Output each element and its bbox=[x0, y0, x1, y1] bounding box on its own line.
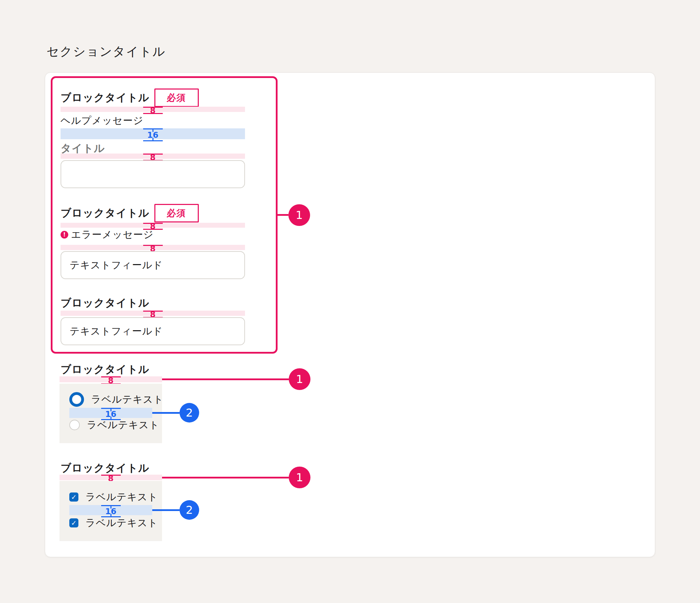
spacing-bar-8: 8 bbox=[59, 475, 162, 480]
help-message: ヘルプメッセージ bbox=[61, 114, 144, 127]
callout-1-badge: 1 bbox=[289, 467, 310, 488]
radio-label: ラベルテキスト bbox=[91, 393, 164, 406]
spacing-bar-8: 8 bbox=[61, 154, 245, 159]
gap-8-label: 8 bbox=[150, 106, 155, 114]
callout-connector bbox=[152, 412, 180, 414]
required-badge: 必須 bbox=[154, 204, 199, 222]
checkbox-label: ラベルテキスト bbox=[85, 490, 158, 504]
design-spec-page: セクションタイトル ブロックタイトル 必須 8 ヘルプメッセージ 16 タイトル… bbox=[0, 0, 700, 603]
checkbox-option-row: ✓ ラベルテキスト bbox=[69, 491, 158, 503]
callout-1-badge: 1 bbox=[289, 368, 310, 390]
text-field[interactable]: テキストフィールド bbox=[61, 251, 245, 279]
callout-connector bbox=[162, 477, 289, 478]
text-field-empty[interactable] bbox=[61, 160, 245, 188]
checkbox-checked[interactable]: ✓ bbox=[69, 492, 78, 502]
checkbox-label: ラベルテキスト bbox=[85, 516, 158, 530]
callout-2-badge: 2 bbox=[180, 500, 199, 520]
block-2-title-row: ブロックタイトル 必須 bbox=[61, 205, 199, 221]
spacing-bar-8: 8 bbox=[61, 223, 245, 228]
radio-selected[interactable] bbox=[69, 392, 84, 407]
spacing-bar-8: 8 bbox=[61, 311, 245, 316]
required-badge: 必須 bbox=[154, 88, 199, 107]
gap-16-label: 16 bbox=[105, 410, 116, 418]
spacing-bar-16: 16 bbox=[69, 505, 152, 515]
gap-16-label: 16 bbox=[105, 507, 116, 515]
gap-8-label: 8 bbox=[108, 376, 113, 384]
block-title: ブロックタイトル bbox=[61, 206, 149, 220]
text-field[interactable]: テキストフィールド bbox=[61, 317, 245, 345]
block-title: ブロックタイトル bbox=[61, 296, 149, 310]
callout-connector bbox=[278, 214, 288, 216]
block-1-title-row: ブロックタイトル 必須 bbox=[61, 90, 199, 106]
radio-label: ラベルテキスト bbox=[87, 418, 160, 432]
error-message: エラーメッセージ bbox=[71, 228, 154, 241]
callout-connector bbox=[152, 509, 180, 511]
checkbox-checked[interactable]: ✓ bbox=[69, 518, 78, 527]
radio-option-row: ラベルテキスト bbox=[69, 394, 164, 405]
radio-unselected[interactable] bbox=[69, 420, 80, 430]
checkbox-option-row: ✓ ラベルテキスト bbox=[69, 517, 158, 528]
spacing-bar-8: 8 bbox=[59, 376, 162, 382]
block-title: ブロックタイトル bbox=[61, 461, 149, 475]
block-title: ブロックタイトル bbox=[61, 91, 149, 105]
spacing-bar-16: 16 bbox=[61, 128, 245, 139]
error-icon: ! bbox=[61, 231, 68, 239]
spacing-bar-8: 8 bbox=[61, 107, 245, 112]
callout-connector bbox=[162, 378, 289, 380]
section-title: セクションタイトル bbox=[47, 43, 166, 60]
spacing-bar-8: 8 bbox=[61, 245, 245, 250]
spacing-bar-16: 16 bbox=[69, 408, 152, 418]
block-title: ブロックタイトル bbox=[61, 362, 149, 377]
gap-16-label: 16 bbox=[147, 131, 158, 139]
error-message-row: ! エラーメッセージ bbox=[61, 229, 154, 240]
radio-option-row: ラベルテキスト bbox=[69, 419, 160, 431]
callout-2-badge: 2 bbox=[180, 403, 199, 423]
callout-1-badge: 1 bbox=[288, 204, 310, 226]
